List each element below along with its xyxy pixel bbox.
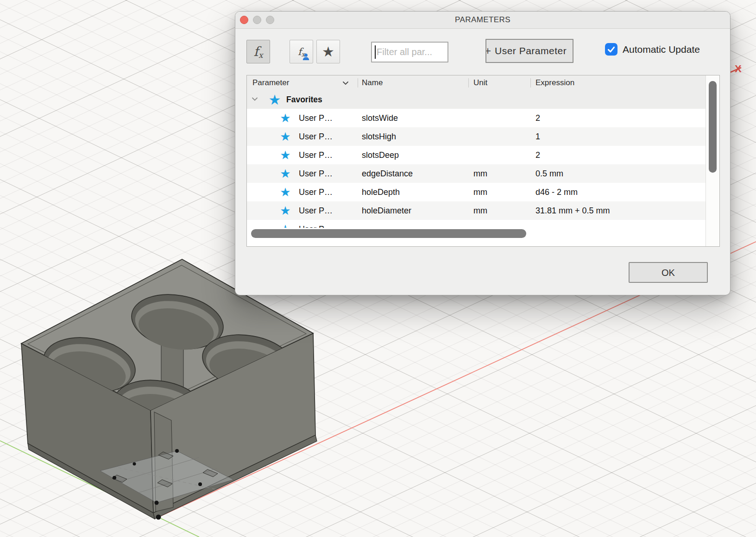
column-divider[interactable] <box>468 78 469 87</box>
automatic-update-checkbox[interactable] <box>605 43 617 56</box>
parameter-row[interactable]: ★User P…slotsWide2 <box>247 109 706 127</box>
fusion-canvas[interactable]: { "window": { "title": "PARAMETERS" }, "… <box>0 0 756 537</box>
star-icon: ★ <box>322 45 334 59</box>
row-expression[interactable]: 2 <box>536 109 540 127</box>
parameter-row[interactable]: ★User P…holeDiametermm31.81 mm + 0.5 mm <box>247 201 706 220</box>
column-header-name[interactable]: Name <box>362 75 383 90</box>
check-icon <box>606 44 616 54</box>
row-parameter-type: User P… <box>299 109 333 127</box>
vertical-scrollbar[interactable] <box>706 75 719 246</box>
favorite-star-icon[interactable]: ★ <box>279 164 292 183</box>
dialog-title: PARAMETERS <box>235 12 730 28</box>
row-unit: mm <box>473 183 487 201</box>
row-parameter-type: User P… <box>299 183 333 201</box>
parameter-row[interactable]: ★User P…holeDepthmmd46 - 2 mm <box>247 183 706 201</box>
horizontal-scrollbar[interactable] <box>247 228 706 240</box>
favorites-star-icon: ★ <box>268 90 282 109</box>
favorite-star-icon[interactable]: ★ <box>279 183 292 201</box>
row-expression[interactable]: 1 <box>536 127 540 146</box>
favorites-group-label: Favorites <box>286 90 322 109</box>
row-parameter-type: User P… <box>299 220 333 228</box>
person-icon <box>302 53 309 60</box>
row-name: edgeDistance <box>362 164 413 183</box>
row-expression[interactable]: 2 <box>536 146 540 164</box>
row-parameter-type: User P… <box>299 164 333 183</box>
row-unit: mm <box>473 201 487 220</box>
row-expression[interactable]: 31.81 mm + 0.5 mm <box>536 201 610 220</box>
favorites-filter-button[interactable]: ★ <box>316 40 340 63</box>
row-name: slotsWide <box>362 109 398 127</box>
column-divider[interactable] <box>530 78 531 87</box>
row-name: slotsDeep <box>362 146 399 164</box>
parameters-table: Parameter Name Unit Expression ★ Favorit… <box>246 75 720 247</box>
row-name: holeDepth <box>362 183 400 201</box>
text-caret <box>375 45 376 59</box>
origin-point <box>156 515 161 520</box>
row-name: slotsHigh <box>362 127 396 146</box>
fx-icon: fx <box>254 44 263 59</box>
parameters-fx-button[interactable]: fx <box>246 40 270 63</box>
favorite-star-icon[interactable]: ★ <box>279 109 292 127</box>
parameter-row[interactable]: ★User P…slotsHigh1 <box>247 127 706 146</box>
row-expression[interactable]: 0.5 mm <box>536 164 563 183</box>
column-divider[interactable] <box>358 78 358 87</box>
horizontal-scrollbar-thumb[interactable] <box>251 229 526 238</box>
ok-button[interactable]: OK <box>629 262 708 283</box>
parameter-row[interactable]: ★User P…edgeDistancemm0.5 mm <box>247 164 706 183</box>
row-parameter-type: User P… <box>299 146 333 164</box>
dialog-titlebar[interactable]: PARAMETERS <box>235 12 730 29</box>
favorite-star-icon[interactable]: ★ <box>279 127 292 146</box>
plus-icon: + <box>485 44 491 57</box>
user-parameters-filter-button[interactable]: fx <box>290 40 313 63</box>
filter-parameters-input[interactable] <box>371 42 448 62</box>
vertical-scrollbar-thumb[interactable] <box>709 81 717 173</box>
column-header-expression[interactable]: Expression <box>536 75 574 90</box>
favorite-star-icon[interactable]: ★ <box>279 146 292 164</box>
parameter-row[interactable]: ★User P…slotsDeep2 <box>247 146 706 164</box>
favorites-group-row[interactable]: ★ Favorites <box>247 90 706 109</box>
add-user-parameter-button[interactable]: + User Parameter <box>485 39 573 63</box>
row-unit: mm <box>473 164 487 183</box>
parameters-dialog: PARAMETERS fx fx ★ + User Parameter Auto… <box>235 11 731 295</box>
row-parameter-type: User P… <box>299 127 333 146</box>
row-name: holeDiameter <box>362 201 411 220</box>
column-header-unit[interactable]: Unit <box>473 75 487 90</box>
column-header-parameter[interactable]: Parameter <box>252 75 289 90</box>
row-parameter-type: User P… <box>299 201 333 220</box>
row-expression[interactable]: d46 - 2 mm <box>536 183 578 201</box>
x-axis-label: X <box>735 63 742 75</box>
favorite-star-icon[interactable]: ★ <box>279 220 292 228</box>
table-header: Parameter Name Unit Expression <box>247 75 706 91</box>
chevron-down-icon[interactable] <box>342 81 349 85</box>
table-rows: ★ Favorites ★User P…slotsWide2★User P…sl… <box>247 90 706 228</box>
automatic-update-label: Automatic Update <box>623 43 700 56</box>
parameter-row-partial[interactable]: ★User P… <box>247 220 706 228</box>
favorite-star-icon[interactable]: ★ <box>279 201 292 220</box>
expander-chevron-icon[interactable] <box>252 97 258 101</box>
